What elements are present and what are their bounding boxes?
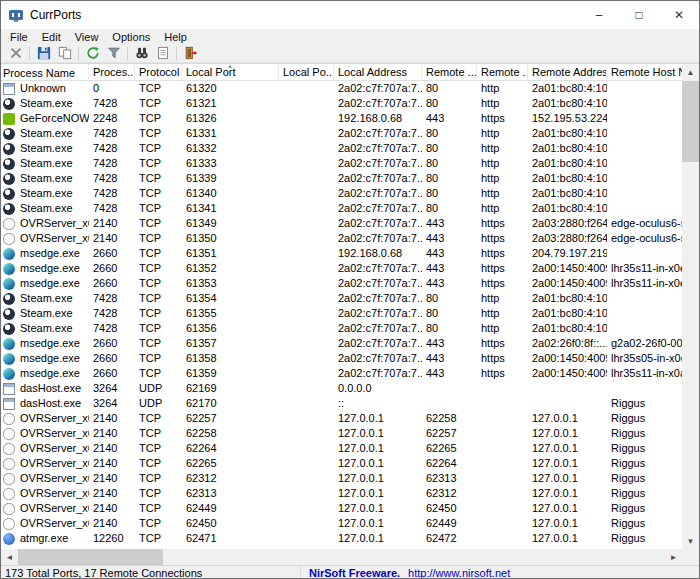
table-row[interactable]: Steam.exe7428TCP613542a02:c7f:707a:7...8… — [1, 291, 684, 306]
table-row[interactable]: OVRServer_x6...2140TCP62258127.0.0.16225… — [1, 426, 684, 441]
table-row[interactable]: msedge.exe2660TCP613522a02:c7f:707a:7...… — [1, 261, 684, 276]
column-header-local-port-name[interactable]: Local Po... — [279, 64, 334, 80]
table-row[interactable]: atmgr.exe12260TCP62471127.0.0.162472127.… — [1, 531, 684, 546]
column-header-process-name[interactable]: Process Name — [1, 64, 89, 80]
column-header-remote-address[interactable]: Remote Address — [528, 64, 607, 80]
column-header-protocol[interactable]: Protocol — [135, 64, 182, 80]
table-row[interactable]: dasHost.exe3264UDP62170::Riggus — [1, 396, 684, 411]
table-row[interactable]: Steam.exe7428TCP613552a02:c7f:707a:7...8… — [1, 306, 684, 321]
close-connection-button[interactable] — [5, 44, 26, 62]
table-row[interactable]: msedge.exe2660TCP61351192.168.0.68443htt… — [1, 246, 684, 261]
scroll-left-icon[interactable]: ◄ — [1, 549, 18, 565]
horizontal-scroll-thumb[interactable] — [18, 549, 163, 565]
cell-local-port: 62471 — [182, 531, 279, 546]
table-row[interactable]: Steam.exe7428TCP613332a02:c7f:707a:7...8… — [1, 156, 684, 171]
toolbar-separator — [127, 47, 128, 60]
table-row[interactable]: OVRServer_x6...2140TCP62264127.0.0.16226… — [1, 441, 684, 456]
edge-icon — [3, 278, 15, 290]
column-header-remote-port[interactable]: Remote ... — [422, 64, 477, 80]
save-button[interactable] — [33, 44, 54, 62]
toolbar-separator — [29, 47, 30, 60]
table-row[interactable]: OVRServer_x6...2140TCP613502a02:c7f:707a… — [1, 231, 684, 246]
column-header-process-id[interactable]: Proces... — [89, 64, 135, 80]
cell-local-port-name — [279, 516, 334, 531]
cell-remote-host-name: Riggus — [607, 471, 684, 486]
scroll-down-icon[interactable]: ▼ — [682, 533, 699, 550]
cell-remote-port-name: https — [477, 336, 528, 351]
cell-protocol: TCP — [135, 516, 182, 531]
cell-process-id: 3264 — [89, 381, 135, 396]
column-headers: Process Name Proces... Protocol Local Po… — [1, 64, 684, 81]
exit-icon — [184, 46, 198, 60]
table-row[interactable]: msedge.exe2660TCP613532a02:c7f:707a:7...… — [1, 276, 684, 291]
refresh-button[interactable] — [82, 44, 103, 62]
horizontal-scrollbar[interactable]: ◄ ► — [1, 549, 682, 565]
process-name-text: OVRServer_x6... — [20, 216, 89, 231]
cell-local-address: 127.0.0.1 — [334, 516, 422, 531]
table-row[interactable]: OVRServer_x6...2140TCP62265127.0.0.16226… — [1, 456, 684, 471]
process-name-text: Steam.exe — [20, 156, 73, 171]
menu-options[interactable]: Options — [105, 29, 157, 44]
table-row[interactable]: OVRServer_x6...2140TCP62313127.0.0.16231… — [1, 486, 684, 501]
ovr-icon — [3, 458, 15, 470]
cell-protocol: TCP — [135, 126, 182, 141]
cell-local-port-name — [279, 501, 334, 516]
table-row[interactable]: OVRServer_x6...2140TCP62257127.0.0.16225… — [1, 411, 684, 426]
cell-remote-host-name: lhr35s05-in-x0e.1e — [607, 351, 684, 366]
table-row[interactable]: Steam.exe7428TCP613562a02:c7f:707a:7...8… — [1, 321, 684, 336]
column-header-local-port[interactable]: Local Port ▴ — [182, 64, 279, 80]
table-row[interactable]: GeForceNOW...2248TCP61326192.168.0.68443… — [1, 111, 684, 126]
scroll-up-icon[interactable]: ▲ — [682, 64, 699, 81]
table-row[interactable]: Steam.exe7428TCP613402a02:c7f:707a:7...8… — [1, 186, 684, 201]
table-row[interactable]: Unknown0TCP613202a02:c7f:707a:7...80http… — [1, 81, 684, 96]
menu-file[interactable]: File — [3, 29, 35, 44]
cell-protocol: TCP — [135, 81, 182, 96]
table-row[interactable]: Steam.exe7428TCP613412a02:c7f:707a:7...8… — [1, 201, 684, 216]
cell-remote-host-name — [607, 201, 684, 216]
menu-help[interactable]: Help — [157, 29, 194, 44]
table-row[interactable]: OVRServer_x6...2140TCP62450127.0.0.16244… — [1, 516, 684, 531]
exit-button[interactable] — [180, 44, 201, 62]
cell-remote-address: 127.0.0.1 — [528, 441, 607, 456]
cell-remote-port: 80 — [422, 81, 477, 96]
scroll-right-icon[interactable]: ► — [665, 549, 682, 565]
table-row[interactable]: msedge.exe2660TCP613572a02:c7f:707a:7...… — [1, 336, 684, 351]
table-row[interactable]: msedge.exe2660TCP613582a02:c7f:707a:7...… — [1, 351, 684, 366]
cell-remote-port-name: http — [477, 321, 528, 336]
menu-view[interactable]: View — [68, 29, 106, 44]
close-button[interactable]: ✕ — [659, 1, 699, 29]
vertical-scroll-thumb[interactable] — [682, 81, 699, 162]
table-row[interactable]: Steam.exe7428TCP613312a02:c7f:707a:7...8… — [1, 126, 684, 141]
column-header-remote-host-name[interactable]: Remote Host Nam — [607, 64, 684, 80]
filter-button[interactable] — [103, 44, 124, 62]
minimize-button[interactable]: – — [579, 1, 619, 29]
cell-remote-host-name — [607, 306, 684, 321]
cell-protocol: TCP — [135, 231, 182, 246]
menu-edit[interactable]: Edit — [35, 29, 68, 44]
copy-button[interactable] — [54, 44, 75, 62]
table-row[interactable]: Steam.exe7428TCP613322a02:c7f:707a:7...8… — [1, 141, 684, 156]
cell-process-id: 7428 — [89, 186, 135, 201]
cell-remote-host-name — [607, 81, 684, 96]
table-row[interactable]: msedge.exe2660TCP613592a02:c7f:707a:7...… — [1, 366, 684, 381]
table-row[interactable]: OVRServer_x6...2140TCP62449127.0.0.16245… — [1, 501, 684, 516]
vertical-scrollbar[interactable]: ▲ ▼ — [682, 64, 699, 550]
maximize-button[interactable]: □ — [619, 1, 659, 29]
process-name-text: OVRServer_x6... — [20, 456, 89, 471]
cell-protocol: TCP — [135, 201, 182, 216]
find-button[interactable] — [131, 44, 152, 62]
process-name-text: Steam.exe — [20, 171, 73, 186]
table-row[interactable]: dasHost.exe3264UDP621690.0.0.0 — [1, 381, 684, 396]
table-row[interactable]: Steam.exe7428TCP613212a02:c7f:707a:7...8… — [1, 96, 684, 111]
cell-local-port: 61339 — [182, 171, 279, 186]
steam-icon — [3, 173, 15, 185]
table-row[interactable]: Steam.exe7428TCP613392a02:c7f:707a:7...8… — [1, 171, 684, 186]
properties-button[interactable] — [152, 44, 173, 62]
cell-remote-address: 127.0.0.1 — [528, 456, 607, 471]
nirsoft-link[interactable]: http://www.nirsoft.net — [408, 567, 510, 579]
cell-local-port: 61358 — [182, 351, 279, 366]
table-row[interactable]: OVRServer_x6...2140TCP62312127.0.0.16231… — [1, 471, 684, 486]
table-row[interactable]: OVRServer_x6...2140TCP613492a02:c7f:707a… — [1, 216, 684, 231]
column-header-remote-port-name[interactable]: Remote ... — [477, 64, 528, 80]
column-header-local-address[interactable]: Local Address — [334, 64, 422, 80]
